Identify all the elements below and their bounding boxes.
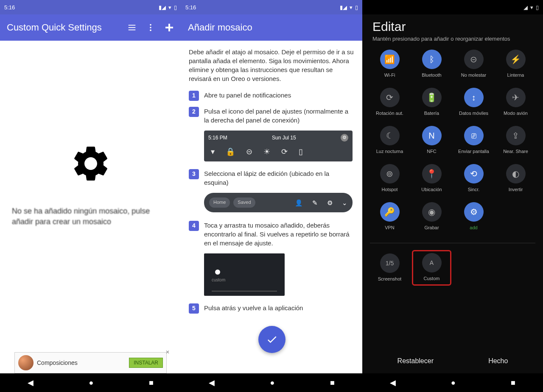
svg-rect-7: [165, 27, 173, 28]
vpn-icon: 🔑: [380, 202, 400, 222]
tile-label: VPN: [385, 225, 395, 231]
nav-recent[interactable]: ■: [511, 378, 515, 387]
nav-back[interactable]: ◀: [209, 378, 215, 387]
install-button[interactable]: INSTALAR: [129, 358, 163, 368]
vpn-tile[interactable]: 🔑VPN: [370, 200, 409, 234]
step-text: Selecciona el lápiz de edición (ubicado …: [204, 169, 355, 187]
empty-content: No se ha añadido ningún mosaico, pulse a…: [0, 41, 181, 373]
ad-banner[interactable]: Composiciones INSTALAR ✕: [14, 352, 167, 373]
add-icon[interactable]: [164, 22, 174, 33]
airplane-tile[interactable]: ✈Modo avión: [496, 85, 535, 119]
nav-bar: ◀ ● ■: [181, 373, 362, 392]
gear-icon: ⚙: [341, 134, 348, 142]
step-1: 1 Abre tu panel de notificaciones: [189, 91, 355, 101]
pencil-icon: ✎: [312, 198, 318, 207]
status-bar: 5:16 ▮◢ ▾ ▯: [0, 0, 181, 14]
chevron-down-icon: ⌄: [342, 198, 347, 207]
done-button[interactable]: Hecho: [488, 357, 508, 365]
fab-done-button[interactable]: [258, 326, 285, 353]
flash-icon: ⚡: [506, 50, 526, 69]
user-icon: 👤: [295, 198, 303, 207]
battery-icon: ▯: [536, 4, 539, 11]
overflow-menu-icon[interactable]: [146, 22, 156, 33]
tile-label: Enviar pantalla: [458, 149, 489, 155]
data-tile[interactable]: ↕Datos móviles: [454, 85, 493, 119]
battery-tile[interactable]: 🔋Batería: [412, 85, 451, 119]
qs-time: 5:16 PM: [208, 134, 227, 142]
nav-back[interactable]: ◀: [390, 378, 396, 387]
app-bar: Añadir mosaico: [181, 14, 362, 41]
hotspot-tile[interactable]: ⊚Hotspot: [370, 161, 409, 195]
nfc-tile[interactable]: NNFC: [412, 123, 451, 157]
extra-1[interactable]: 1/5Screenshot: [370, 250, 409, 286]
rotation-tile[interactable]: ⟳Rotación aut.: [370, 85, 409, 119]
nav-back[interactable]: ◀: [28, 378, 34, 387]
nav-home[interactable]: ●: [270, 378, 275, 387]
record-icon: ◉: [422, 202, 442, 222]
dnd-tile[interactable]: ⊝No molestar: [454, 47, 493, 81]
bluetooth-tile[interactable]: ᛒBluetooth: [412, 47, 451, 81]
action-icon-1[interactable]: [127, 22, 137, 33]
invert-tile[interactable]: ◐Invertir: [496, 161, 535, 195]
nav-recent[interactable]: ■: [149, 378, 154, 387]
step-badge: 1: [189, 91, 199, 101]
phone-2: 5:16 ▮◢ ▾ ▯ Añadir mosaico Debe añadir e…: [181, 0, 362, 392]
svg-point-4: [150, 27, 151, 28]
intro-text: Debe añadir el atajo al mosaico. Deje el…: [189, 47, 355, 83]
wifi-icon: ▾: [168, 4, 171, 11]
step-3: 3 Selecciona el lápiz de edición (ubicad…: [189, 169, 355, 187]
wifi-icon: 📶: [380, 50, 400, 69]
nearby-tile[interactable]: ⇪Near. Share: [496, 123, 535, 157]
close-icon[interactable]: ✕: [165, 349, 170, 355]
step-text: Pulsa el icono del panel de ajustes (nor…: [204, 107, 355, 125]
extra-2[interactable]: ACustom: [412, 250, 451, 286]
tile-label: Batería: [424, 111, 439, 117]
battery-icon: ▯: [355, 4, 358, 11]
nav-home[interactable]: ●: [89, 378, 94, 387]
wifi-icon: ▾: [350, 4, 353, 11]
svg-rect-2: [129, 30, 136, 31]
plane-icon: ✈: [506, 88, 526, 107]
nfc-icon: N: [422, 126, 442, 145]
wifi-icon: ▾: [530, 4, 533, 11]
nightlight-tile[interactable]: ☾Luz nocturna: [370, 123, 409, 157]
ad-title: Composiciones: [37, 359, 126, 366]
nav-recent[interactable]: ■: [330, 378, 335, 387]
qs-preview-panel: 5:16 PM Sun Jul 15 ⚙ ▾ 🔒 ⊝ ☀ ⟳ ▯: [204, 131, 353, 161]
battery-icon: ▯: [299, 147, 303, 157]
status-bar: ◢ ▾ ▯: [362, 0, 543, 14]
step-text: Toca y arrastra tu mosaico añadido, debe…: [204, 221, 355, 247]
svg-point-3: [150, 24, 151, 26]
empty-text: No se ha añadido ningún mosaico, pulse a…: [8, 206, 173, 227]
svg-point-5: [150, 30, 151, 31]
ad-avatar-icon: [18, 355, 34, 370]
instructions-content: Debe añadir el atajo al mosaico. Deje el…: [181, 41, 362, 373]
battery-icon: ▯: [174, 4, 177, 11]
signal-icon: ▮◢: [340, 4, 347, 11]
step-text: Abre tu panel de notificaciones: [204, 91, 355, 101]
location-tile[interactable]: 📍Ubicación: [412, 161, 451, 195]
cast-tile[interactable]: ⎚Enviar pantalla: [454, 123, 493, 157]
record-tile[interactable]: ◉Grabar: [412, 200, 451, 234]
flashlight-tile[interactable]: ⚡Linterna: [496, 47, 535, 81]
gear-icon: ⚙: [327, 198, 333, 207]
custom-tile[interactable]: ⚙add: [454, 200, 493, 234]
svg-rect-1: [129, 27, 136, 28]
tile-label: Invertir: [509, 187, 523, 193]
app-title: Custom Quick Settings: [7, 22, 102, 33]
status-icons: ▮◢ ▾ ▯: [159, 4, 177, 11]
tile-icon: A: [422, 253, 442, 272]
qs-edit-bar: Home Saved 👤 ✎ ⚙ ⌄: [204, 193, 353, 212]
qs-pill: Saved: [233, 197, 255, 207]
wifi-tile[interactable]: 📶Wi-Fi: [370, 47, 409, 81]
bluetooth-icon: ᛒ: [422, 50, 442, 69]
sync-tile[interactable]: ⟲Sincr.: [454, 161, 493, 195]
reset-button[interactable]: Restablecer: [397, 357, 434, 365]
step-text: Pulsa atrás y vuelve a la aplicación: [204, 303, 355, 314]
nav-bar: ◀ ● ■: [0, 373, 181, 392]
page-subtitle: Mantén presionado para añadir o reorgani…: [370, 36, 535, 42]
nav-home[interactable]: ●: [451, 378, 456, 387]
brightness-icon: ☀: [263, 147, 270, 157]
tile-label: Custom: [424, 276, 440, 282]
tile-label: custom: [212, 277, 225, 283]
